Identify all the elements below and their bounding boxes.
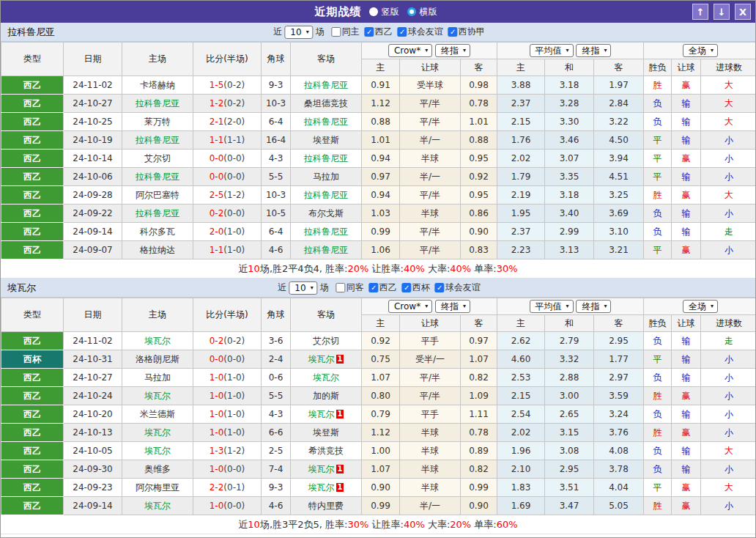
checkbox-checked-icon: ✓ [369,283,379,292]
move-down-button[interactable]: ↓ [714,4,730,20]
corners: 10-5 [262,204,291,223]
filter-checkbox-league-2[interactable]: ✓ 西协甲 [448,26,485,38]
corners: 4-6 [262,241,291,259]
home-team: 科尔多瓦 [122,223,193,241]
close-button[interactable]: X [735,4,751,20]
home-team: 埃瓦尔 [122,497,193,515]
match-outcome: 平 [644,168,672,186]
summary-text: 让胜率: [368,263,404,274]
filter-checkbox-league-1[interactable]: ✓ 球会友谊 [398,26,443,38]
scope-select[interactable]: 全场▾ [683,44,718,57]
league-badge: 西乙 [1,131,64,150]
league-badge: 西乙 [1,479,64,497]
match-date: 24-09-22 [64,204,122,223]
avg-source-select[interactable]: 平均值▾ [530,300,574,313]
handicap-result: 赢 [672,186,701,204]
goals-result: 小 [701,460,756,479]
crow-home-odds: 0.91 [362,76,400,95]
odds-source-select[interactable]: Crow*▾ [388,44,432,57]
checkbox-icon [332,27,341,37]
filter-bar: 近 10 ▾ 场 同主 ✓ 西乙 ✓ 球会友谊 [271,26,484,39]
summary-text: 近 [238,263,248,274]
avg-away-odds: 1.97 [594,76,644,95]
avg-away-odds: 4.04 [594,479,644,497]
match-date: 24-10-14 [64,150,122,168]
crow-away-odds: 1.09 [461,387,497,405]
recent-form-summary: 近10场,胜2平4负4, 胜率:20% 让胜率:40% 大率:40% 单率:30… [1,259,755,279]
filter-checkbox-same-home[interactable]: 同主 [332,26,360,38]
filter-checkbox-league-2[interactable]: ✓ 球会友谊 [435,281,481,294]
away-team: 埃瓦尔1 [291,350,362,369]
avg-home-odds: 2.54 [497,405,545,424]
goals-result: 大 [701,76,756,95]
goals-result: 大 [701,113,756,131]
handicap-line: 平/半 [400,95,461,113]
avg-final-select[interactable]: 终指▾ [576,44,611,57]
chevron-down-icon: ▾ [566,47,569,54]
match-row: 西乙24-09-30奥维多1-0(0-0)7-4埃瓦尔11.07半球0.822.… [1,460,756,479]
avg-dropdowns: 平均值▾ 终指▾ [497,43,644,59]
corners: 3-6 [262,332,291,350]
home-team: 拉科鲁尼亚 [122,95,193,113]
odds-final-value: 终指 [441,301,459,312]
red-card-badge: 1 [336,410,344,419]
recent-count-select[interactable]: 10 ▾ [284,26,313,39]
league-badge: 西乙 [1,113,64,131]
league-badge: 西乙 [1,387,64,405]
odds-source-select[interactable]: Crow*▾ [388,300,432,313]
avg-draw-odds: 3.18 [545,76,594,95]
score-cell: 1-2(0-2) [193,95,262,113]
avg-home-odds: 2.37 [497,223,545,241]
radio-horizontal-label: 横版 [420,6,437,18]
avg-home-odds: 1.79 [497,168,545,186]
score-cell: 2-5(1-2) [193,186,262,204]
goals-result: 小 [701,204,756,223]
radio-vertical-layout[interactable] [369,7,378,16]
crow-away-odds: 0.78 [461,95,497,113]
filter-checkbox-league-0[interactable]: ✓ 西乙 [365,26,393,38]
league-badge: 西乙 [1,497,64,515]
chevron-down-icon: ▾ [463,303,466,310]
filter-checkbox-league-0[interactable]: ✓ 西乙 [369,281,397,294]
match-row: 西乙24-11-02埃瓦尔0-2(0-2)3-6艾尔切0.92平手0.972.6… [1,332,756,350]
summary-text: 场,胜3平2负5, 胜率: [260,519,348,530]
recent-label: 近 [273,26,282,38]
crow-home-odds: 0.80 [362,387,400,405]
filter-checkbox-league-1[interactable]: ✓ 西杯 [402,281,430,294]
away-team: 埃登斯 [291,424,362,442]
match-row: 西乙24-10-27马拉加1-0(1-0)0-6埃瓦尔1.07平/半0.822.… [1,369,756,387]
radio-horizontal-layout[interactable] [407,7,416,16]
crow-home-odds: 1.12 [362,95,400,113]
match-date: 24-10-13 [64,424,122,442]
avg-final-select[interactable]: 终指▾ [576,300,611,313]
move-up-button[interactable]: ↑ [692,4,708,20]
summary-text: 近 [238,519,248,530]
col-header-type: 类型 [1,298,64,332]
summary-stat-value: 10 [248,519,260,530]
match-date: 24-10-27 [64,95,122,113]
odds-final-select[interactable]: 终指▾ [435,300,470,313]
filter-checkbox-same-away[interactable]: 同客 [336,281,364,294]
scope-select[interactable]: 全场▾ [683,300,718,313]
goals-result: 小 [701,405,756,424]
avg-home-odds: 2.02 [497,150,545,168]
handicap-line: 平/半 [400,387,461,405]
away-team: 埃瓦尔 [291,369,362,387]
odds-final-select[interactable]: 终指▾ [435,44,470,57]
summary-text: 大率: [425,519,451,530]
league-badge: 西乙 [1,241,64,259]
down-arrow-icon: ↓ [718,7,726,18]
avg-away-odds: 2.95 [594,332,644,350]
avg-source-select[interactable]: 平均值▾ [530,44,574,57]
chevron-down-icon: ▾ [711,303,714,310]
score-cell: 1-0(1-0) [193,405,262,424]
match-outcome: 负 [644,332,672,350]
handicap-result: 赢 [672,497,701,515]
crow-home-odds: 0.97 [362,168,400,186]
match-outcome: 负 [644,369,672,387]
goals-result: 大 [701,186,756,204]
match-row: 西乙24-10-25莱万特2-1(2-0)6-4拉科鲁尼亚0.88平/半1.01… [1,113,756,131]
handicap-result: 输 [672,168,701,186]
recent-count-select[interactable]: 10 ▾ [289,281,317,295]
score-cell: 2-2(0-1) [193,479,262,497]
